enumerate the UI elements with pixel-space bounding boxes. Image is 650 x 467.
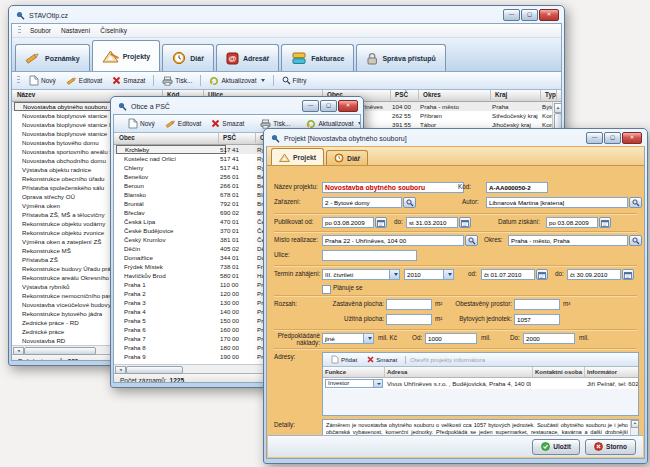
naklady-unit: mil. Kč xyxy=(378,335,397,342)
publikovat-od-input[interactable]: po 03.08.2009 xyxy=(322,217,374,228)
zastavena-input[interactable] xyxy=(386,299,432,310)
termin-do-input[interactable]: čt 30.09.2010 xyxy=(567,269,621,280)
open-informer-projects-button[interactable]: Otevřít projekty informátora xyxy=(410,356,485,363)
scroll-left-icon[interactable]: ◄ xyxy=(13,347,24,355)
nazev-input[interactable]: Novostavba obytného souboru xyxy=(322,182,464,193)
calendar-icon[interactable] xyxy=(375,217,387,228)
minimize-button[interactable]: — xyxy=(302,100,319,112)
naklady-do-input[interactable]: 2000 xyxy=(523,333,575,344)
minimize-button[interactable]: — xyxy=(503,9,520,21)
column-header[interactable]: Kraj xyxy=(492,90,541,100)
naklady-select[interactable]: jiné xyxy=(322,333,374,344)
add-address-button[interactable]: Přidat xyxy=(327,354,361,365)
pencil-icon xyxy=(25,51,41,65)
save-button[interactable]: Uložit xyxy=(532,439,580,455)
tab-adresar[interactable]: @ Adresář xyxy=(216,44,279,71)
calendar-icon[interactable] xyxy=(622,269,634,280)
cancel-button[interactable]: Storno xyxy=(585,439,636,455)
tab-fakturace[interactable]: Fakturace xyxy=(281,44,354,71)
tab-projekty[interactable]: Projekty xyxy=(92,40,161,71)
column-header[interactable]: Funkce xyxy=(323,367,385,377)
projekt-window-titlebar[interactable]: Projekt [Novostavba obytného souboru] — … xyxy=(265,130,646,146)
publikovat-do-input[interactable]: st 31.03.2010 xyxy=(406,217,458,228)
selected-row-obec[interactable]: Krchleby xyxy=(116,145,226,154)
funkce-combobox[interactable]: Investor xyxy=(325,379,383,388)
maximize-button[interactable]: ▢ xyxy=(320,100,337,112)
calendar-icon[interactable] xyxy=(459,217,471,228)
datum-ziskani-input[interactable]: po 03.08.2009 xyxy=(546,217,598,228)
okres-lookup-button[interactable] xyxy=(629,235,642,246)
autor-lookup-button[interactable] xyxy=(629,197,642,208)
delete-address-button[interactable]: Smazat xyxy=(363,355,401,364)
obce-window-titlebar[interactable]: Obce a PSČ — ▢ ✕ xyxy=(112,98,362,114)
autor-input[interactable]: Libnarová Martina [kratena] xyxy=(486,197,628,208)
menu-item[interactable]: Soubor xyxy=(25,26,56,35)
tab-poznamky[interactable]: Poznámky xyxy=(15,44,90,71)
edit-pencil-icon xyxy=(165,119,176,129)
new-page-icon xyxy=(331,355,339,364)
zarazeni-lookup-button[interactable] xyxy=(403,197,416,208)
refresh-button[interactable]: Aktualizovat xyxy=(205,75,268,87)
maximize-button[interactable]: ▢ xyxy=(604,132,621,144)
tab-sprava-pristupu[interactable]: Správa přístupů xyxy=(356,44,445,71)
kod-input[interactable]: A-AA000050-2 xyxy=(486,182,548,193)
column-header[interactable]: Kontaktní osoba xyxy=(533,367,585,377)
column-header[interactable]: PSČ xyxy=(392,90,419,100)
zarazeni-input[interactable]: 2 - Bytové domy xyxy=(322,197,402,208)
tab-projekt[interactable]: Projekt xyxy=(271,148,324,165)
scroll-up-icon[interactable]: ▲ xyxy=(554,103,561,113)
column-header[interactable]: Typ proj xyxy=(542,90,557,100)
main-window-titlebar[interactable]: STAVOtip.cz — ▢ ✕ xyxy=(10,7,563,23)
scroll-thumb[interactable] xyxy=(126,366,183,374)
obce-window-title: Obce a PSČ xyxy=(131,103,170,110)
column-header[interactable]: Informátor xyxy=(585,367,639,377)
menu-item[interactable]: Číselníky xyxy=(95,26,132,35)
filters-button[interactable]: Filtry xyxy=(278,75,311,86)
termin-od-input[interactable]: čt 01.07.2010 xyxy=(481,269,535,280)
close-button[interactable]: ✕ xyxy=(539,9,559,21)
folders-icon xyxy=(291,52,307,65)
print-button[interactable]: Tisk... xyxy=(158,75,196,87)
planuje-se-checkbox[interactable] xyxy=(322,285,331,294)
calendar-icon[interactable] xyxy=(599,217,611,228)
scroll-left-icon[interactable]: ◄ xyxy=(115,366,126,374)
misto-input[interactable]: Praha 22 - Uhříněves, 104 00 xyxy=(322,235,464,246)
check-circle-icon xyxy=(541,442,550,451)
autor-label: Autor: xyxy=(462,199,479,206)
close-button[interactable]: ✕ xyxy=(338,100,358,112)
column-header[interactable]: PSČ xyxy=(220,133,256,143)
calendar-icon[interactable] xyxy=(536,269,548,280)
adresy-row[interactable]: Investor Vivus Uhříněves s.r.o. , Budějo… xyxy=(323,378,638,389)
column-header[interactable]: Adresa xyxy=(385,367,533,377)
detaily-label: Detaily: xyxy=(274,422,295,429)
svg-text:@: @ xyxy=(228,54,236,63)
ulice-input[interactable] xyxy=(322,250,417,261)
minimize-button[interactable]: — xyxy=(586,132,603,144)
obestaveny-input[interactable] xyxy=(514,299,560,310)
uzitna-input[interactable] xyxy=(386,314,432,325)
termin-label: Termín zahájení: xyxy=(274,271,321,278)
scroll-thumb[interactable] xyxy=(24,347,96,355)
column-header[interactable]: Obec xyxy=(116,133,219,143)
scroll-up-icon[interactable]: ▲ xyxy=(631,420,639,428)
misto-lookup-button[interactable] xyxy=(465,235,478,246)
column-header[interactable]: Okres xyxy=(420,90,491,100)
delete-button[interactable]: Smazat xyxy=(108,75,149,86)
selected-row-psc: 104 00 xyxy=(392,102,419,111)
tab-diar[interactable]: Diář xyxy=(162,44,214,71)
close-button[interactable]: ✕ xyxy=(622,132,642,144)
new-button[interactable]: Nový xyxy=(25,74,60,87)
maximize-button[interactable]: ▢ xyxy=(521,9,538,21)
chevron-down-icon xyxy=(373,380,382,387)
delete-button[interactable]: Smazat xyxy=(207,118,248,129)
edit-button[interactable]: Editovat xyxy=(62,75,107,87)
naklady-od-input[interactable]: 1000 xyxy=(425,333,477,344)
okres-input[interactable]: Praha - město, Praha xyxy=(508,235,628,246)
new-button[interactable]: Nový xyxy=(124,117,159,130)
edit-button[interactable]: Editovat xyxy=(161,118,206,130)
rok-select[interactable]: 2010 xyxy=(404,269,454,280)
ctvrtleti-select[interactable]: III. čtvrtletí xyxy=(322,269,400,280)
tab-diar[interactable]: Diář xyxy=(326,150,368,165)
bytovych-input[interactable]: 1057 xyxy=(514,314,560,325)
menu-item[interactable]: Nastavení xyxy=(56,26,95,35)
